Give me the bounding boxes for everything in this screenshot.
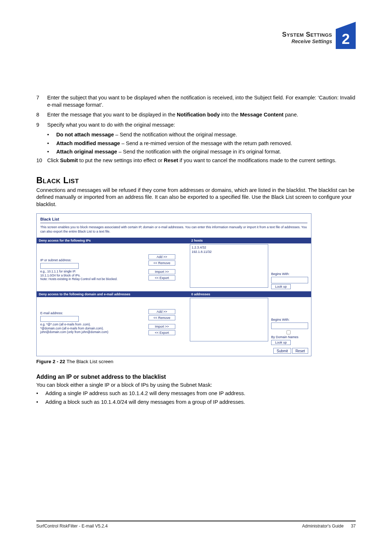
ip-label: IP or subnet address:	[40, 258, 132, 262]
text-bold: Do not attach message	[56, 132, 114, 138]
step-text: Specify what you want to do with the ori…	[47, 122, 356, 129]
ip-input[interactable]	[40, 263, 79, 269]
text: pane.	[283, 112, 298, 118]
lookup-button[interactable]: Look up	[271, 284, 291, 289]
step-9: 9 Specify what you want to do with the o…	[36, 122, 356, 129]
step-number: 8	[36, 111, 47, 119]
step-9-option-2: Attach modified message – Send a re-mime…	[47, 140, 356, 147]
subsection-paragraph: You can block either a single IP or a bl…	[36, 382, 356, 389]
chapter-title: System Settings	[282, 31, 332, 38]
list-text: Adding a single IP address such as 10.1.…	[45, 390, 245, 397]
step-number: 10	[36, 157, 47, 164]
ip-note: e.g., 10.1.1.1 for single IP. 10.1.1.0/2…	[40, 270, 132, 281]
bullet-icon	[36, 390, 45, 397]
reset-button[interactable]: Reset	[292, 348, 308, 354]
figure-caption: Figure 2 - 22 The Black List screen	[36, 358, 356, 365]
export-button[interactable]: << Export	[148, 275, 175, 280]
bullet-icon	[36, 399, 45, 406]
list-text: Adding a block such as 10.1.4.0/24 will …	[45, 399, 245, 406]
bar-count: 2 hosts	[189, 238, 311, 243]
footer-product: SurfControl RiskFilter - E-mail V5.2.4	[36, 524, 108, 529]
page-header: System Settings Receive Settings 2	[36, 29, 356, 62]
section-paragraph: Connections and messages will be refused…	[36, 187, 356, 208]
fig-actions: Submit Reset	[37, 347, 311, 356]
step-9-option-3: Attach original message – Send the notif…	[47, 148, 356, 156]
text-bold: Message Content	[240, 112, 283, 118]
add-button[interactable]: Add >>	[148, 254, 175, 259]
lookup-button[interactable]: Look up	[271, 340, 291, 345]
remove-button[interactable]: << Remove	[148, 315, 175, 320]
fig-ip-panel: IP or subnet address: e.g., 10.1.1.1 for…	[37, 243, 311, 291]
text-bold: Notification body	[177, 112, 220, 118]
chapter-number-badge: 2	[336, 29, 356, 49]
fig-domain-panel: E-mail address: e.g. *@*.com (all e-mail…	[37, 297, 311, 347]
bullet-icon	[47, 148, 56, 156]
step-8: 8 Enter the message that you want to be …	[36, 111, 356, 119]
ip-listbox[interactable]: 1.2.3.4/32 192.1.8.11/32	[190, 244, 268, 288]
email-label: E-mail address:	[40, 311, 132, 315]
bar-label: Deny access for the following IPs	[37, 238, 189, 243]
fig-description: This screen enables you to block message…	[40, 225, 307, 234]
step-10: 10 Click Submit to put the new settings …	[36, 157, 356, 164]
text: – Send a re-mimed version of the message…	[120, 140, 292, 146]
text: to put the new settings into effect or	[78, 157, 164, 163]
step-text: Enter the subject that you want to be di…	[47, 94, 356, 108]
section-heading-black-list: Black List	[36, 175, 356, 186]
subsection-heading-adding-ip: Adding an IP or subnet address to the bl…	[36, 373, 356, 381]
begins-with-label: Begins With:	[271, 317, 308, 322]
section-title: Receive Settings	[282, 38, 332, 44]
text: into the	[220, 112, 240, 118]
text: Click	[47, 157, 60, 163]
page-body: 7 Enter the subject that you want to be …	[36, 94, 356, 406]
export-button[interactable]: << Export	[148, 330, 175, 335]
step-text: Click Submit to put the new settings int…	[47, 157, 356, 164]
begins-with-label: Begins With:	[271, 272, 308, 276]
text-bold: Reset	[164, 157, 178, 163]
import-button[interactable]: Import >>	[148, 269, 175, 274]
divider	[40, 223, 307, 223]
email-note: e.g. *@*.com (all e-mails from .com). *@…	[40, 323, 132, 334]
fig-ip-bar: Deny access for the following IPs 2 host…	[37, 238, 311, 243]
bar-label: Deny access to the following domain and …	[37, 291, 189, 297]
step-number: 9	[36, 122, 47, 129]
text: – Send the notification with the origina…	[117, 149, 281, 155]
fig-domain-bar: Deny access to the following domain and …	[37, 291, 311, 297]
text-bold: Attach modified message	[56, 140, 120, 146]
add-button[interactable]: Add >>	[148, 309, 175, 314]
step-9-option-1: Do not attach message – Send the notific…	[47, 131, 356, 139]
step-number: 7	[36, 94, 47, 108]
by-domain-label: By Domain Names	[271, 335, 298, 339]
page-footer: SurfControl RiskFilter - E-mail V5.2.4 A…	[36, 521, 356, 529]
list-item: Adding a single IP address such as 10.1.…	[36, 390, 356, 397]
import-button[interactable]: Import >>	[148, 324, 175, 329]
footer-page-number: 37	[351, 524, 356, 529]
caption-bold: Figure 2 - 22	[36, 359, 66, 364]
begins-with-input[interactable]	[271, 277, 308, 283]
by-domain-checkbox[interactable]	[275, 330, 303, 334]
text: Enter the message that you want to be di…	[47, 112, 177, 118]
submit-button[interactable]: Submit	[273, 348, 291, 354]
bullet-icon	[47, 131, 56, 139]
text: – Send the notification without the orig…	[114, 132, 237, 138]
list-item: Adding a block such as 10.1.4.0/24 will …	[36, 399, 356, 406]
remove-button[interactable]: << Remove	[148, 260, 175, 266]
bullet-icon	[47, 140, 56, 147]
fig-title: Black List	[40, 217, 307, 222]
bar-count: 0 addresses	[189, 291, 311, 297]
figure-blacklist-screen: Black List This screen enables you to bl…	[36, 213, 311, 357]
text-bold: Attach original message	[56, 149, 117, 155]
begins-with-input[interactable]	[271, 323, 308, 329]
email-listbox[interactable]	[190, 298, 268, 341]
text-bold: Submit	[60, 157, 78, 163]
step-text: Enter the message that you want to be di…	[47, 111, 356, 119]
footer-doc-title: Administrator's Guide	[302, 524, 343, 529]
text: if you want to cancel the modifications …	[178, 157, 336, 163]
email-input[interactable]	[40, 316, 79, 322]
step-7: 7 Enter the subject that you want to be …	[36, 94, 356, 108]
caption-text: The Black List screen	[66, 359, 113, 364]
